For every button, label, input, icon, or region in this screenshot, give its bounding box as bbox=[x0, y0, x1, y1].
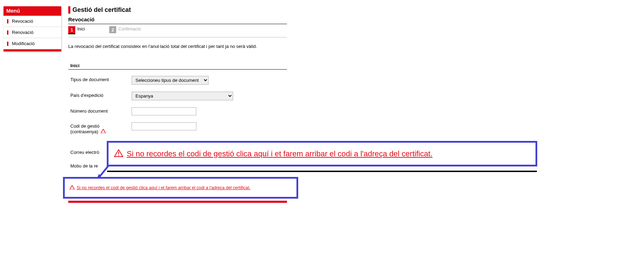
forgot-code-link-small[interactable]: Si no recordes el codi de gestió clica a… bbox=[77, 185, 250, 190]
step-1: 1 Inici bbox=[68, 26, 85, 34]
label-mgmt-code: Codi de gestió (contrasenya) bbox=[70, 122, 132, 135]
annotation-callout-large: Si no recordes el codi de gestió clica a… bbox=[107, 141, 537, 166]
svg-text:!: ! bbox=[72, 186, 72, 190]
label-doc-num: Número document bbox=[70, 107, 132, 114]
step-num-1: 1 bbox=[68, 26, 75, 34]
bullet-icon bbox=[7, 30, 8, 35]
annotation-callout-small: ! Si no recordes el codi de gestió clica… bbox=[63, 177, 298, 199]
menu-title: Menú bbox=[4, 6, 61, 16]
step-num-2: 2 bbox=[109, 26, 116, 33]
input-doc-num[interactable] bbox=[132, 107, 196, 115]
step-label-1: Inici bbox=[77, 26, 85, 31]
step-label-2: Confirmació bbox=[118, 26, 141, 31]
select-doc-type[interactable]: Seleccioneu tipus de document bbox=[132, 76, 209, 85]
wizard-steps: 1 Inici 2 Confirmació bbox=[68, 24, 287, 37]
select-country[interactable]: Espanya bbox=[132, 92, 233, 100]
step-2: 2 Confirmació bbox=[109, 26, 141, 33]
sidebar-item-modificacio[interactable]: Modificació bbox=[4, 38, 61, 49]
forgot-code-link-large[interactable]: Si no recordes el codi de gestió clica a… bbox=[127, 149, 433, 158]
sidebar-item-renovacio[interactable]: Renovació bbox=[4, 27, 61, 38]
warning-icon bbox=[114, 149, 123, 158]
sidebar-item-revocacio[interactable]: Revocació bbox=[4, 16, 61, 27]
svg-marker-0 bbox=[101, 129, 106, 133]
input-mgmt-code[interactable] bbox=[132, 122, 196, 130]
intro-text: La revocació del certificat consisteix e… bbox=[68, 44, 287, 49]
sidebar-item-label: Modificació bbox=[12, 41, 35, 46]
page-subtitle: Revocació bbox=[68, 16, 287, 24]
bottom-red-bar bbox=[68, 201, 287, 203]
warning-icon bbox=[101, 129, 106, 135]
label-doc-type: Tipus de document bbox=[70, 76, 132, 83]
sidebar-footer-bar bbox=[4, 49, 61, 51]
long-hr bbox=[107, 171, 537, 172]
sidebar-item-label: Revocació bbox=[12, 19, 33, 24]
label-country: País d'expedició bbox=[70, 92, 132, 98]
section-header: Inici bbox=[68, 63, 287, 70]
bullet-icon bbox=[7, 19, 8, 23]
bullet-icon bbox=[7, 42, 8, 46]
warning-icon: ! bbox=[70, 185, 75, 191]
page-title: Gestió del certificat bbox=[68, 6, 287, 14]
sidebar-item-label: Renovació bbox=[12, 30, 33, 35]
main-content: Gestió del certificat Revocació 1 Inici … bbox=[68, 6, 287, 203]
sidebar-menu: Menú Revocació Renovació Modificació bbox=[4, 6, 61, 51]
svg-point-5 bbox=[118, 155, 119, 156]
